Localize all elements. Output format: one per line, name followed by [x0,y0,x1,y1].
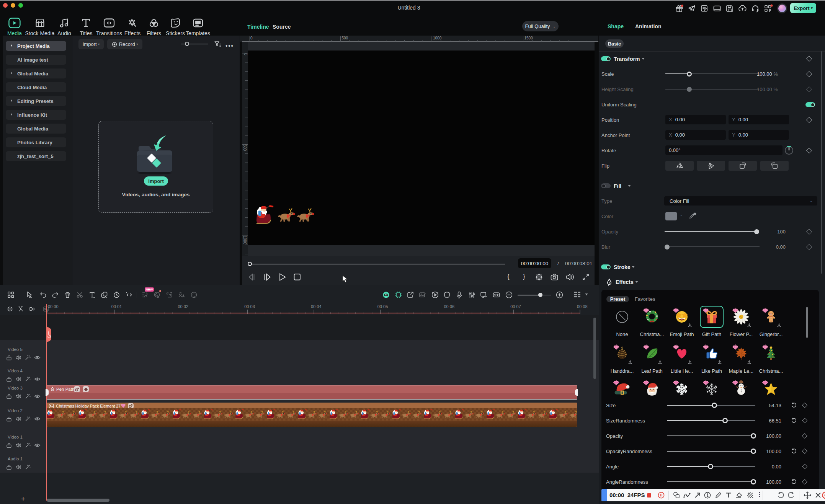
svg-text:1500: 1500 [524,36,533,40]
svg-text:0: 0 [243,53,248,55]
svg-text:500: 500 [243,145,247,151]
svg-text:0: 0 [250,36,253,40]
svg-text:1000: 1000 [433,36,442,40]
svg-text:1000: 1000 [243,236,247,245]
svg-text:500: 500 [342,36,348,40]
